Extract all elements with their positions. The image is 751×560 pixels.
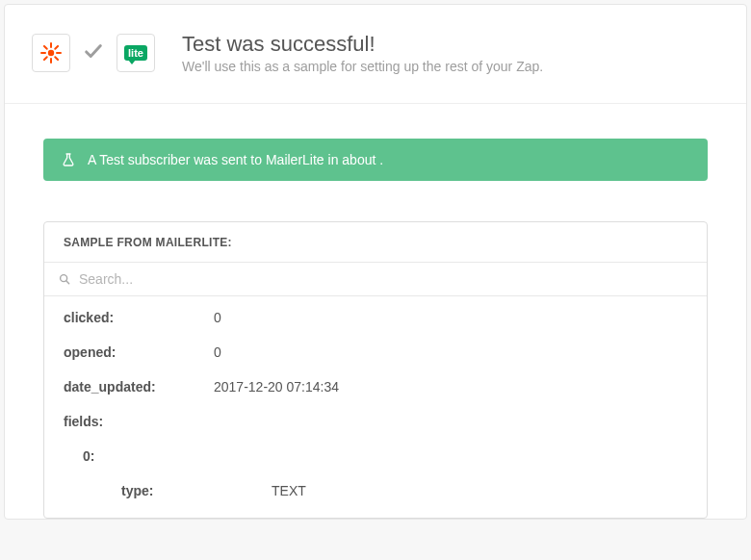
sample-key: fields: <box>64 414 214 429</box>
svg-rect-5 <box>54 45 60 51</box>
svg-rect-8 <box>54 56 60 62</box>
header-text: Test was successful! We'll use this as a… <box>182 32 543 74</box>
sample-title: SAMPLE FROM MAILERLITE: <box>44 222 707 262</box>
sample-key: date_updated: <box>64 379 214 395</box>
sample-row-fields-0-type: type: TEXT <box>44 473 707 508</box>
sample-key: opened: <box>64 344 214 360</box>
page-subtitle: We'll use this as a sample for setting u… <box>182 59 543 74</box>
panel-body: A Test subscriber was sent to MailerLite… <box>5 104 746 519</box>
page-title: Test was successful! <box>182 32 543 57</box>
svg-point-0 <box>48 50 54 56</box>
sample-row-fields: fields: <box>44 404 707 439</box>
sample-row-date-updated: date_updated: 2017-12-20 07:14:34 <box>44 369 707 404</box>
sample-row-clicked: clicked: 0 <box>44 300 707 335</box>
sample-data-scroll[interactable]: clicked: 0 opened: 0 date_updated: 2017-… <box>44 296 707 518</box>
sample-row-opened: opened: 0 <box>44 335 707 369</box>
sample-key: type: <box>121 483 272 498</box>
mailerlite-badge-icon: lite <box>124 45 147 61</box>
sample-value: 2017-12-20 07:14:34 <box>214 379 339 395</box>
zap-test-panel: lite Test was successful! We'll use this… <box>4 4 747 520</box>
sample-value: TEXT <box>272 483 306 498</box>
svg-rect-4 <box>56 52 62 54</box>
beaker-icon <box>61 152 76 167</box>
scroll-spacer <box>44 508 707 518</box>
svg-rect-7 <box>43 45 49 51</box>
sample-key: clicked: <box>64 310 214 325</box>
zapier-app-icon <box>32 34 70 72</box>
sample-search-row <box>44 262 707 296</box>
sample-value: 0 <box>214 344 221 360</box>
sample-key: 0: <box>83 448 214 464</box>
success-alert: A Test subscriber was sent to MailerLite… <box>43 139 708 181</box>
svg-rect-3 <box>40 52 46 54</box>
connector-check-icon <box>80 40 107 65</box>
search-icon <box>58 272 71 286</box>
sample-search-input[interactable] <box>79 271 693 287</box>
zapier-burst-icon <box>39 41 63 64</box>
sample-value: 0 <box>214 310 221 325</box>
success-alert-text: A Test subscriber was sent to MailerLite… <box>88 152 383 167</box>
svg-rect-6 <box>43 56 49 62</box>
svg-rect-1 <box>50 42 52 48</box>
mailerlite-app-icon: lite <box>117 34 155 72</box>
svg-line-10 <box>66 281 69 284</box>
panel-header: lite Test was successful! We'll use this… <box>5 5 746 104</box>
sample-row-fields-0: 0: <box>44 439 707 473</box>
svg-rect-2 <box>50 58 52 64</box>
sample-data-card: SAMPLE FROM MAILERLITE: clicked: 0 opene… <box>43 221 708 519</box>
